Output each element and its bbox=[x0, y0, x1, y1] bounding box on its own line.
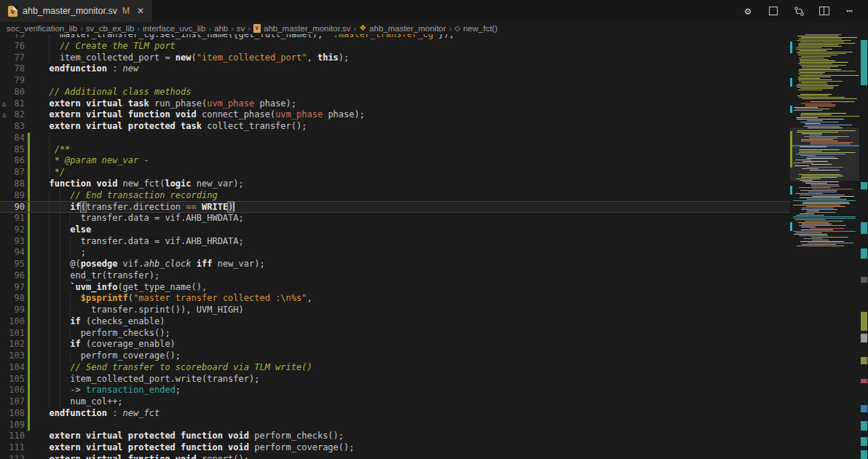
overview-ruler-scrollbar[interactable] bbox=[859, 34, 868, 459]
line-number[interactable]: 77 bbox=[0, 52, 25, 64]
line-number[interactable]: 75 bbox=[0, 34, 25, 41]
code-line-93[interactable]: 93 transfer.data = vif.AHB_HRDATA; bbox=[0, 236, 790, 248]
code-line-91[interactable]: 91 transfer.data = vif.AHB_HWDATA; bbox=[0, 213, 790, 224]
line-number[interactable]: 94 bbox=[0, 247, 25, 259]
code-line-88[interactable]: 88 function void new_fct(logic new_var); bbox=[0, 178, 790, 190]
line-number[interactable]: 88 bbox=[0, 178, 25, 190]
breadcrumb-item-interface-uvc-lib[interactable]: interface_uvc_lib bbox=[143, 24, 205, 33]
code-editor[interactable]: 75 master_transfer_cg.set_inst_name({get… bbox=[0, 34, 790, 459]
code-line-76[interactable]: 76 // Create the TLM port bbox=[0, 41, 790, 52]
line-number[interactable]: 111 bbox=[0, 442, 25, 454]
line-number[interactable]: 104 bbox=[0, 362, 25, 374]
line-number[interactable]: 76 bbox=[0, 41, 25, 52]
code-line-86[interactable]: 86 * @param new_var - bbox=[0, 155, 790, 167]
line-number[interactable]: 90 bbox=[0, 202, 25, 213]
line-number[interactable]: 112 bbox=[0, 454, 25, 459]
line-number[interactable]: 84 bbox=[0, 133, 25, 144]
code-line-95[interactable]: 95 @(posedge vif.ahb_clock iff new_var); bbox=[0, 259, 790, 270]
tab-ahb-master-monitor[interactable]: v ahb_master_monitor.sv M ✕ bbox=[0, 0, 153, 22]
code-line-81[interactable]: 81△ extern virtual task run_phase(uvm_ph… bbox=[0, 98, 790, 110]
line-number[interactable]: 101 bbox=[0, 328, 25, 340]
line-number[interactable]: 78 bbox=[0, 63, 25, 75]
code-text: perform_coverage(); bbox=[39, 350, 181, 362]
code-line-101[interactable]: 101 perform_checks(); bbox=[0, 328, 790, 340]
compare-changes-icon[interactable] bbox=[792, 4, 805, 17]
line-number[interactable]: 93 bbox=[0, 236, 25, 248]
code-line-107[interactable]: 107 num_col++; bbox=[0, 396, 790, 408]
code-line-104[interactable]: 104 // Send transfer to scoreboard via T… bbox=[0, 362, 790, 374]
line-number[interactable]: 105 bbox=[0, 374, 25, 385]
gutter-marker-icon[interactable]: △ bbox=[2, 109, 6, 121]
code-line-103[interactable]: 103 perform_coverage(); bbox=[0, 350, 790, 362]
code-line-112[interactable]: 112 extern virtual function void report(… bbox=[0, 454, 790, 459]
code-line-84[interactable]: 84 bbox=[0, 133, 790, 144]
code-line-106[interactable]: 106 -> transaction_ended; bbox=[0, 385, 790, 396]
line-number[interactable]: 95 bbox=[0, 259, 25, 270]
line-number[interactable]: 80 bbox=[0, 87, 25, 98]
code-line-109[interactable]: 109 bbox=[0, 420, 790, 431]
token-id: phase); bbox=[323, 109, 365, 119]
line-number[interactable]: 107 bbox=[0, 396, 25, 408]
code-line-108[interactable]: 108 endfunction : new_fct bbox=[0, 408, 790, 420]
code-line-99[interactable]: 99 transfer.sprint()), UVM_HIGH) bbox=[0, 305, 790, 316]
line-number[interactable]: 87 bbox=[0, 167, 25, 178]
line-number[interactable]: 98 bbox=[0, 293, 25, 305]
line-number[interactable]: 97 bbox=[0, 282, 25, 294]
line-number[interactable]: 99 bbox=[0, 305, 25, 316]
code-text: extern virtual protected function void p… bbox=[39, 442, 354, 454]
line-number[interactable]: 79 bbox=[0, 75, 25, 87]
code-line-89[interactable]: 89 // End transaction recording bbox=[0, 190, 790, 202]
breadcrumb-item-ahb[interactable]: ahb bbox=[214, 24, 228, 33]
line-number[interactable]: 106 bbox=[0, 385, 25, 396]
breadcrumb-item-sv-cb-ex-lib[interactable]: sv_cb_ex_lib bbox=[86, 24, 134, 33]
more-actions-icon[interactable]: ⋯ bbox=[843, 4, 856, 17]
breadcrumb-item-ahb-master-monitor-sv[interactable]: vahb_master_monitor.sv bbox=[253, 24, 351, 33]
code-line-77[interactable]: 77 item_collected_port = new("item_colle… bbox=[0, 52, 790, 64]
code-line-102[interactable]: 102 if (coverage_enable) bbox=[0, 339, 790, 350]
minimap-decoration-mark bbox=[790, 186, 792, 195]
code-line-87[interactable]: 87 */ bbox=[0, 167, 790, 178]
close-tab-icon[interactable]: ✕ bbox=[137, 6, 144, 16]
code-line-100[interactable]: 100 if (checks_enable) bbox=[0, 316, 790, 328]
code-line-83[interactable]: 83 extern virtual protected task collect… bbox=[0, 121, 790, 133]
line-number[interactable]: 91 bbox=[0, 213, 25, 224]
code-line-110[interactable]: 110 extern virtual protected function vo… bbox=[0, 431, 790, 442]
git-diff-added-bar bbox=[28, 408, 30, 420]
breadcrumb-item-ahb-master-monitor[interactable]: ❖ahb_master_monitor bbox=[359, 23, 446, 33]
code-line-98[interactable]: 98 $psprintf("master transfer collected … bbox=[0, 293, 790, 305]
settings-gear-icon[interactable]: ⚙ bbox=[741, 4, 754, 17]
code-line-105[interactable]: 105 item_collected_port.write(transfer); bbox=[0, 374, 790, 385]
split-editor-icon[interactable] bbox=[818, 4, 831, 17]
code-line-79[interactable]: 79 bbox=[0, 75, 790, 87]
line-number[interactable]: 92 bbox=[0, 224, 25, 236]
indent-guide bbox=[49, 133, 50, 144]
line-number[interactable]: 89 bbox=[0, 190, 25, 202]
line-number[interactable]: 85 bbox=[0, 144, 25, 156]
code-line-92[interactable]: 92 else bbox=[0, 224, 790, 236]
code-line-97[interactable]: 97 `uvm_info(get_type_name(), bbox=[0, 282, 790, 294]
line-number[interactable]: 110 bbox=[0, 431, 25, 442]
line-number[interactable]: 86 bbox=[0, 155, 25, 167]
gutter-marker-icon[interactable]: △ bbox=[2, 98, 6, 110]
line-number[interactable]: 109 bbox=[0, 420, 25, 431]
code-line-111[interactable]: 111 extern virtual protected function vo… bbox=[0, 442, 790, 454]
square-layout-icon[interactable] bbox=[767, 4, 780, 17]
code-line-85[interactable]: 85 /** bbox=[0, 144, 790, 156]
code-line-82[interactable]: 82△ extern virtual function void connect… bbox=[0, 109, 790, 121]
code-line-80[interactable]: 80 // Additional class methods bbox=[0, 87, 790, 98]
line-number[interactable]: 103 bbox=[0, 350, 25, 362]
line-number[interactable]: 102 bbox=[0, 339, 25, 350]
code-line-96[interactable]: 96 end_tr(transfer); bbox=[0, 270, 790, 282]
code-line-90[interactable]: 90 if(transfer.direction == WRITE) bbox=[0, 201, 790, 213]
line-number[interactable]: 100 bbox=[0, 316, 25, 328]
breadcrumb-item-soc-verification-lib[interactable]: soc_verification_lib bbox=[7, 24, 77, 33]
code-line-75[interactable]: 75 master_transfer_cg.set_inst_name({get… bbox=[0, 34, 790, 41]
line-number[interactable]: 83 bbox=[0, 121, 25, 133]
line-number[interactable]: 96 bbox=[0, 270, 25, 282]
line-number[interactable]: 108 bbox=[0, 408, 25, 420]
breadcrumb-item-sv[interactable]: sv bbox=[237, 24, 245, 33]
breadcrumb-item-new-fct-[interactable]: ◇new_fct() bbox=[454, 24, 497, 33]
minimap-viewport-slider[interactable] bbox=[790, 128, 859, 181]
code-line-94[interactable]: 94 ; bbox=[0, 247, 790, 259]
code-line-78[interactable]: 78 endfunction : new bbox=[0, 63, 790, 75]
